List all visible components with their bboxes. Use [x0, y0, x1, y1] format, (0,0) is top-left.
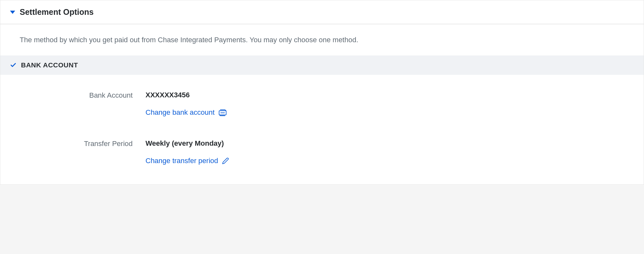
- details-area: Bank Account XXXXXX3456 Change bank acco…: [0, 75, 644, 184]
- pencil-icon: [222, 157, 229, 164]
- transfer-period-row: Transfer Period Weekly (every Monday) Ch…: [10, 139, 634, 165]
- panel-description: The method by which you get paid out fro…: [0, 24, 644, 55]
- checkmark-icon: [10, 62, 16, 68]
- panel-title: Settlement Options: [20, 7, 94, 17]
- caret-down-icon: [10, 11, 15, 14]
- change-bank-account-link[interactable]: Change bank account: [146, 108, 227, 117]
- change-transfer-period-link[interactable]: Change transfer period: [146, 157, 229, 165]
- change-transfer-period-link-label: Change transfer period: [146, 157, 218, 165]
- transfer-period-label: Transfer Period: [10, 139, 133, 165]
- bank-account-row: Bank Account XXXXXX3456 Change bank acco…: [10, 91, 634, 117]
- transfer-period-value-block: Weekly (every Monday) Change transfer pe…: [146, 139, 634, 165]
- bank-account-section-header: BANK ACCOUNT: [0, 55, 644, 75]
- section-title: BANK ACCOUNT: [21, 61, 78, 69]
- bank-account-value-block: XXXXXX3456 Change bank account: [146, 91, 634, 117]
- transfer-period-value: Weekly (every Monday): [146, 139, 634, 148]
- settlement-options-panel: Settlement Options The method by which y…: [0, 0, 644, 185]
- bank-account-label: Bank Account: [10, 91, 133, 117]
- panel-header[interactable]: Settlement Options: [0, 0, 644, 24]
- change-bank-account-link-label: Change bank account: [146, 108, 215, 117]
- bank-account-value: XXXXXX3456: [146, 91, 634, 99]
- bank-transfer-icon: [218, 109, 227, 116]
